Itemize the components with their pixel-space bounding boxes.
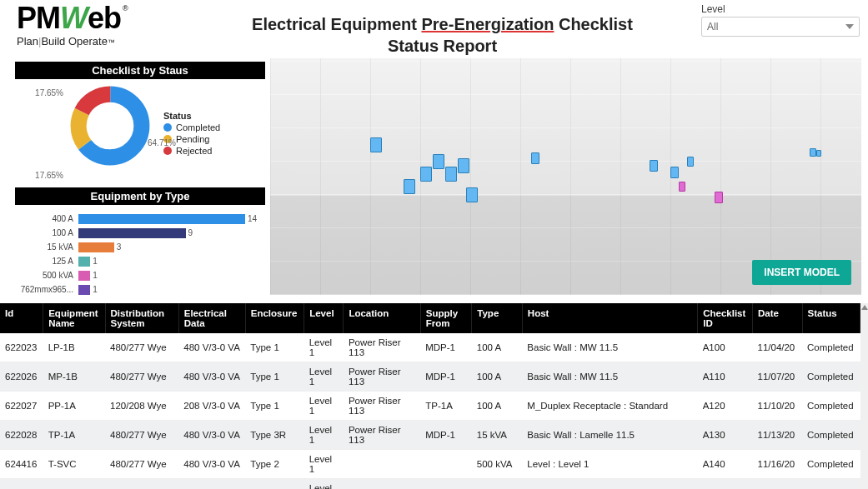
cell-enc: Type 1 [245, 479, 304, 490]
cell-loc: EDP III 52 [344, 479, 420, 490]
column-header[interactable]: Level [304, 303, 344, 333]
cell-status: Completed [802, 479, 860, 490]
cell-eq: TP-1A [43, 421, 105, 450]
column-header[interactable]: Checklist ID [698, 303, 753, 333]
cell-eq: MP-1B [43, 362, 105, 392]
cell-loc: Power Riser 113 [344, 362, 420, 392]
cell-eq: LP-1B [43, 333, 105, 362]
cell-supply: MDP-2 [420, 479, 472, 490]
cell-dist: 120/208 Wye [105, 392, 178, 421]
cell-id: 622026 [0, 362, 43, 392]
cell-date: 11/13/20 [753, 421, 803, 450]
column-header[interactable]: Equipment Name [43, 303, 105, 333]
cell-supply [420, 450, 472, 479]
model-viewport[interactable]: INSERT MODEL [270, 58, 861, 295]
cell-status: Completed [802, 392, 860, 421]
bar-row: 125 A1 [15, 254, 265, 268]
column-header[interactable]: Date [753, 303, 803, 333]
brand-logo: PMWeb® Plan|Build Operate™ [17, 3, 183, 47]
cell-chk: A130 [698, 421, 753, 450]
cell-type: 15 kVA [472, 421, 523, 450]
bar-value: 1 [93, 257, 98, 266]
column-header[interactable]: Enclosure [245, 303, 304, 333]
donut-chart-title: Checklist by Staus [15, 62, 265, 79]
cell-chk: A150 [698, 479, 753, 490]
cell-enc: Type 1 [245, 362, 304, 392]
level-filter-label: Level [701, 3, 860, 15]
bar-row: 400 A14 [15, 212, 265, 226]
cell-chk: A120 [698, 392, 753, 421]
table-row[interactable]: 622026MP-1B480/277 Wye480 V/3-0 VAType 1… [0, 362, 860, 392]
cell-elec: 480 V/3-0 VA [178, 421, 245, 450]
cell-dist: 480/277 Wye [105, 421, 178, 450]
cell-chk: A100 [698, 333, 753, 362]
table-row[interactable]: 622028TP-1A480/277 Wye480 V/3-0 VAType 3… [0, 421, 860, 450]
bar-chart-title: Equipment by Type [15, 187, 265, 205]
bar-label: 100 A [15, 228, 75, 237]
equipment-table: IdEquipment NameDistribution SystemElect… [0, 303, 860, 489]
column-header[interactable]: Distribution System [105, 303, 178, 333]
cell-date: 11/04/20 [753, 333, 803, 362]
cell-supply: MDP-1 [420, 333, 472, 362]
cell-status: Completed [802, 421, 860, 450]
vertical-scrollbar[interactable] [860, 303, 868, 489]
status-donut-chart: 17.65% 17.65% 64.71% Status Completed Pe… [15, 84, 265, 184]
column-header[interactable]: Type [472, 303, 523, 333]
cell-supply: TP-1A [420, 392, 472, 421]
column-header[interactable]: Host [522, 303, 697, 333]
bar-value: 14 [248, 214, 257, 223]
table-row[interactable]: 622023LP-1B480/277 Wye480 V/3-0 VAType 1… [0, 333, 860, 362]
svg-point-2 [78, 94, 142, 157]
table-row[interactable]: 622027PP-1A120/208 Wye208 V/3-0 VAType 1… [0, 392, 860, 421]
chevron-down-icon [845, 24, 854, 29]
insert-model-button[interactable]: INSERT MODEL [752, 260, 851, 285]
cell-elec: 480 V/3-0 VA [178, 479, 245, 490]
legend-item-completed: Completed [163, 122, 220, 132]
level-filter-select[interactable]: All [701, 17, 860, 37]
cell-type: 100 A [472, 392, 523, 421]
cell-eq: T-SVC [43, 450, 105, 479]
cell-type: 100 A [472, 479, 523, 490]
cell-level: Level 1 [304, 421, 344, 450]
cell-type: 100 A [472, 362, 523, 392]
cell-type: 100 A [472, 333, 523, 362]
cell-enc: Type 1 [245, 333, 304, 362]
cell-dist: 480/277 Wye [105, 362, 178, 392]
cell-host: Basic Wall : MW 11.5 [522, 333, 697, 362]
cell-eq: LP-2B [43, 479, 105, 490]
cell-id: 622023 [0, 333, 43, 362]
bar-row: 100 A9 [15, 226, 265, 240]
page-title: Electrical Equipment Pre-Energization Ch… [192, 3, 693, 57]
cell-supply: MDP-1 [420, 421, 472, 450]
table-row[interactable]: 625731LP-2B480/277 Wye480 V/3-0 VAType 1… [0, 479, 860, 490]
column-header[interactable]: Location [344, 303, 420, 333]
cell-level: Level 2 [304, 479, 344, 490]
cell-dist: 480/277 Wye [105, 479, 178, 490]
column-header[interactable]: Id [0, 303, 43, 333]
cell-enc: Type 2 [245, 450, 304, 479]
cell-level: Level 1 [304, 450, 344, 479]
table-row[interactable]: 624416T-SVC480/277 Wye480 V/3-0 VAType 2… [0, 450, 860, 479]
bar-value: 3 [117, 242, 122, 252]
bar-value: 1 [93, 271, 98, 280]
cell-enc: Type 3R [245, 421, 304, 450]
legend-title: Status [163, 111, 220, 121]
bar-row: 762mmx965...1 [15, 282, 265, 297]
cell-chk: A140 [698, 450, 753, 479]
cell-level: Level 1 [304, 362, 344, 392]
bar-label: 500 kVA [15, 271, 75, 280]
cell-id: 625731 [0, 479, 43, 490]
cell-date: 11/10/20 [753, 392, 803, 421]
donut-label-rejected: 17.65% [35, 88, 63, 97]
cell-host: Basic Wall : Lamelle 11.5 [522, 421, 697, 450]
cell-enc: Type 1 [245, 392, 304, 421]
column-header[interactable]: Electrical Data [178, 303, 245, 333]
cell-host: M_Duplex Receptacle : Standard [522, 392, 697, 421]
scroll-up-icon [861, 305, 868, 310]
cell-id: 624416 [0, 450, 43, 479]
column-header[interactable]: Status [802, 303, 860, 333]
cell-level: Level 1 [304, 392, 344, 421]
column-header[interactable]: Supply From [420, 303, 472, 333]
cell-loc: Power Riser 113 [344, 421, 420, 450]
cell-elec: 480 V/3-0 VA [178, 362, 245, 392]
